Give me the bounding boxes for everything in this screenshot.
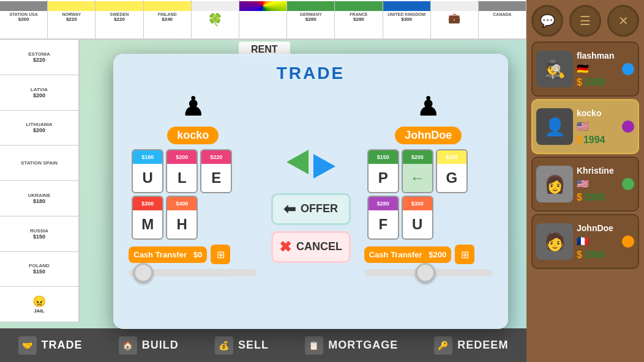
player-flag-khristine: 🇺🇸 — [577, 178, 618, 190]
slider-thumb-right[interactable] — [416, 263, 435, 283]
offer-button[interactable]: ⬅ OFFER — [271, 193, 351, 225]
tile-ukraine: UKRAINE $180 — [0, 181, 78, 216]
cash-row-left: Cash Transfer $0 ⊞ — [129, 245, 257, 264]
avatar-johndoe: 🧑 — [536, 223, 573, 260]
token-flashman — [622, 63, 634, 75]
tile-france: FRANCE $280 — [335, 0, 383, 39]
bottom-nav: 🤝 TRADE 🏠 BUILD 💰 SELL 📋 MORTGAGE 🔑 REDE… — [0, 328, 526, 362]
tile-color-wheel — [239, 0, 287, 39]
player-money-johndoe: $ 1966 — [577, 249, 618, 260]
mortgage-icon: 📋 — [305, 336, 323, 355]
prop-color-p: $150 — [369, 150, 398, 164]
prop-color-u: $180 — [133, 150, 162, 164]
cancel-icon: ✖ — [279, 238, 291, 256]
cash-label-left: Cash Transfer $0 — [129, 246, 207, 263]
prop-card-p[interactable]: $150 P — [367, 149, 399, 193]
slider-track-right — [364, 269, 493, 276]
avatar-khristine: 👩 — [536, 166, 573, 202]
player-flag-johndoe: 🇫🇷 — [577, 235, 618, 247]
prop-letter-h: H — [177, 210, 187, 238]
player-info-khristine: Khristine 🇺🇸 $ 2060 — [577, 166, 618, 203]
player-money-khristine: $ 2060 — [577, 192, 618, 203]
prop-letter-f: F — [378, 210, 388, 238]
prop-card-g[interactable]: $280 G — [436, 149, 468, 193]
left-tile-strip: ESTONIA $220 LATVIA $200 LITHUANIA $200 … — [0, 40, 80, 322]
prop-letter-e: E — [211, 164, 221, 192]
tile-germany: GERMANY $280 — [287, 0, 335, 39]
prop-color-l: $200 — [167, 150, 197, 164]
redeem-icon: 🔑 — [434, 336, 452, 355]
prop-card-m[interactable]: $300 M — [132, 196, 163, 240]
slider-track-left — [129, 269, 257, 276]
left-prop-grid: $180 U $200 L $220 E $300 M $400 H — [132, 149, 254, 240]
chat-icon: 💬 — [540, 13, 555, 28]
top-tile-strip: STATION USA $200 NORWAY $220 SWEDEN $220… — [0, 0, 526, 40]
prop-card-h[interactable]: $400 H — [166, 196, 198, 240]
prop-letter-m: M — [141, 210, 154, 238]
prop-card-e[interactable]: $220 E — [200, 149, 232, 193]
trade-player-left: ♟ kocko $180 U $200 L $220 E $300 M — [123, 90, 263, 319]
prop-letter-u: U — [143, 164, 153, 192]
token-johndoe — [622, 235, 634, 248]
nav-redeem[interactable]: 🔑 REDEEM — [434, 336, 508, 355]
tile-sweden: SWEDEN $220 — [95, 0, 143, 39]
close-icon: ✕ — [618, 13, 629, 28]
nav-build[interactable]: 🏠 BUILD — [119, 336, 179, 355]
player-name-johndoe: JohnDoe — [577, 223, 618, 233]
trade-dialog: TRADE ♟ kocko $180 U $200 L $220 E — [113, 54, 508, 329]
cash-label-right: Cash Transfer $200 — [364, 246, 451, 263]
sidebar: 💬 ☰ ✕ 🕵️ flashman 🇩🇪 $ 2080 👤 kocko — [526, 0, 644, 362]
nav-mortgage[interactable]: 📋 MORTGAGE — [305, 336, 398, 355]
player-info-johndoe: JohnDoe 🇫🇷 $ 1966 — [577, 223, 618, 260]
prop-letter-p: P — [378, 164, 388, 192]
player-flag-kocko: 🇺🇸 — [577, 120, 618, 132]
tile-clover: 🍀 — [192, 0, 239, 39]
prop-color-m: $300 — [133, 197, 162, 210]
sidebar-top-icons: 💬 ☰ ✕ — [531, 5, 639, 37]
prop-color-h: $400 — [167, 197, 197, 210]
nav-trade[interactable]: 🤝 TRADE — [18, 336, 83, 355]
tile-poland: POLAND $150 — [0, 252, 78, 287]
close-button[interactable]: ✕ — [607, 5, 639, 37]
trade-body: ♟ kocko $180 U $200 L $220 E $300 M — [123, 90, 498, 319]
prop-card-arrow[interactable]: $200 ← — [402, 149, 433, 193]
slider-thumb-left[interactable] — [133, 263, 153, 283]
calc-icon-right[interactable]: ⊞ — [455, 245, 474, 264]
calc-icon-left[interactable]: ⊞ — [211, 245, 230, 264]
menu-icon: ☰ — [580, 13, 591, 28]
tile-station-spain: STATION SPAIN — [0, 146, 78, 181]
cancel-button[interactable]: ✖ CANCEL — [271, 231, 351, 263]
avatar-kocko: 👤 — [536, 108, 573, 145]
tile-lithuania: LITHUANIA $200 — [0, 111, 78, 146]
prop-card-f[interactable]: $280 F — [367, 196, 399, 240]
slider-right[interactable] — [364, 269, 493, 276]
prop-card-ur[interactable]: $300 U — [402, 196, 433, 240]
trade-arrows — [286, 147, 335, 181]
token-kocko — [622, 120, 634, 133]
player-right-label: JohnDoe — [395, 127, 462, 144]
player-card-johndoe: 🧑 JohnDoe 🇫🇷 $ 1966 — [531, 214, 639, 269]
menu-button[interactable]: ☰ — [569, 5, 601, 37]
prop-color-arrow: $200 — [403, 150, 432, 164]
build-icon: 🏠 — [119, 336, 137, 355]
chat-button[interactable]: 💬 — [531, 5, 563, 37]
prop-card-u[interactable]: $180 U — [132, 149, 163, 193]
prop-letter-g: G — [446, 164, 457, 192]
tile-corner-jail: 😠 JAIL — [0, 287, 78, 322]
prop-card-l[interactable]: $200 L — [166, 149, 198, 193]
prop-letter-l: L — [178, 164, 187, 192]
token-khristine — [622, 178, 634, 190]
prop-color-g: $280 — [437, 150, 466, 164]
prop-color-f: $280 — [369, 197, 398, 210]
prop-letter-arrow: ← — [410, 164, 425, 192]
player-name-kocko: kocko — [577, 108, 618, 118]
prop-letter-ur: U — [412, 210, 422, 238]
slider-left[interactable] — [129, 269, 257, 276]
tile-norway: NORWAY $220 — [48, 0, 95, 39]
tile-latvia: LATVIA $200 — [0, 75, 78, 111]
nav-sell[interactable]: 💰 SELL — [215, 336, 269, 355]
trade-center: ⬅ OFFER ✖ CANCEL — [268, 90, 354, 319]
pawn-left: ♟ — [181, 90, 205, 122]
player-card-flashman: 🕵️ flashman 🇩🇪 $ 2080 — [531, 42, 639, 97]
player-info-kocko: kocko 🇺🇸 $ 1994 — [577, 108, 618, 146]
